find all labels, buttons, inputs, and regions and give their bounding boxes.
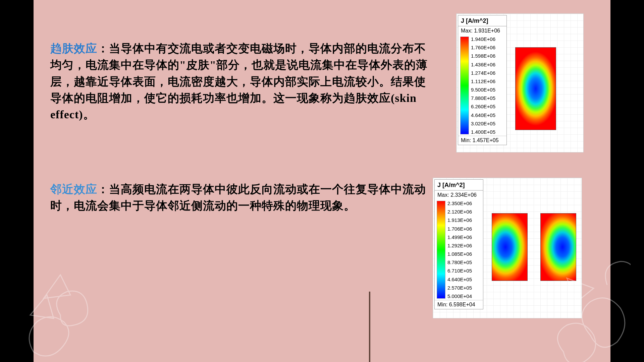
flower-decoration-right <box>490 235 631 362</box>
proximity-effect-term: 邻近效应 <box>50 183 97 195</box>
legend-value: 2.570E+05 <box>447 285 472 290</box>
legend-value: 6.710E+05 <box>447 268 472 273</box>
skin-effect-field-plot <box>515 47 555 129</box>
legend1-colorbar <box>460 37 469 134</box>
skin-effect-paragraph: 趋肤效应：当导体中有交流电或者交变电磁场时，导体内部的电流分布不均匀，电流集中在… <box>50 40 436 123</box>
legend-box-2: J [A/m^2] Max: 2.334E+06 2.350E+062.120E… <box>434 179 483 309</box>
legend-value: 1.085E+06 <box>447 251 472 256</box>
skin-effect-simulation-panel: J [A/m^2] Max: 1.931E+06 1.940E+061.760E… <box>456 13 584 153</box>
legend-value: 1.760E+06 <box>471 45 495 50</box>
legend-value: 8.780E+05 <box>447 260 472 265</box>
legend-value: 1.436E+06 <box>471 62 495 67</box>
legend-value: 1.913E+06 <box>447 218 472 223</box>
skin-effect-term: 趋肤效应 <box>50 42 97 55</box>
legend-value: 1.292E+06 <box>447 243 472 248</box>
legend-value: 4.640E+05 <box>471 113 495 118</box>
legend-value: 1.274E+06 <box>471 70 495 75</box>
flower-decoration-left <box>20 255 138 362</box>
legend-value: 1.112E+06 <box>471 79 495 84</box>
legend1-scale: 1.940E+061.760E+061.598E+061.436E+061.27… <box>458 35 506 136</box>
legend2-values: 2.350E+062.120E+061.913E+061.706E+061.49… <box>447 201 472 299</box>
legend-value: 9.500E+05 <box>471 87 495 92</box>
legend2-colorbar <box>437 201 445 299</box>
legend-value: 5.000E+04 <box>447 294 472 299</box>
legend-value: 7.880E+05 <box>471 96 495 101</box>
proximity-effect-text: ：当高频电流在两导体中彼此反向流动或在一个往复导体中流动时，电流会集中于导体邻近… <box>50 183 426 212</box>
legend2-title: J [A/m^2] <box>435 180 483 190</box>
decorative-stem <box>369 292 370 362</box>
legend1-min: Min: 1.457E+05 <box>458 136 506 145</box>
legend1-title: J [A/m^2] <box>458 15 506 26</box>
legend-value: 2.120E+06 <box>447 209 472 214</box>
legend-value: 1.400E+05 <box>471 129 495 134</box>
skin-effect-text: ：当导体中有交流电或者交变电磁场时，导体内部的电流分布不均匀，电流集中在导体的"… <box>50 42 428 121</box>
proximity-effect-paragraph: 邻近效应：当高频电流在两导体中彼此反向流动或在一个往复导体中流动时，电流会集中于… <box>50 181 436 214</box>
legend-value: 4.640E+05 <box>447 277 472 282</box>
legend1-max: Max: 1.931E+06 <box>458 26 506 35</box>
legend-value: 1.706E+06 <box>447 226 472 231</box>
legend-value: 1.940E+06 <box>471 37 495 42</box>
legend-value: 2.350E+06 <box>447 201 472 206</box>
slide-background: 趋肤效应：当导体中有交流电或者交变电磁场时，导体内部的电流分布不均匀，电流集中在… <box>34 0 610 362</box>
legend2-max: Max: 2.334E+06 <box>435 190 483 199</box>
legend-value: 1.499E+06 <box>447 235 472 240</box>
legend2-min: Min: 6.598E+04 <box>435 300 483 309</box>
legend-value: 3.020E+05 <box>471 121 495 126</box>
legend-box-1: J [A/m^2] Max: 1.931E+06 1.940E+061.760E… <box>458 15 507 145</box>
legend1-values: 1.940E+061.760E+061.598E+061.436E+061.27… <box>471 37 495 134</box>
legend-value: 1.598E+06 <box>471 53 495 58</box>
legend2-scale: 2.350E+062.120E+061.913E+061.706E+061.49… <box>435 199 483 300</box>
legend-value: 6.260E+05 <box>471 104 495 109</box>
